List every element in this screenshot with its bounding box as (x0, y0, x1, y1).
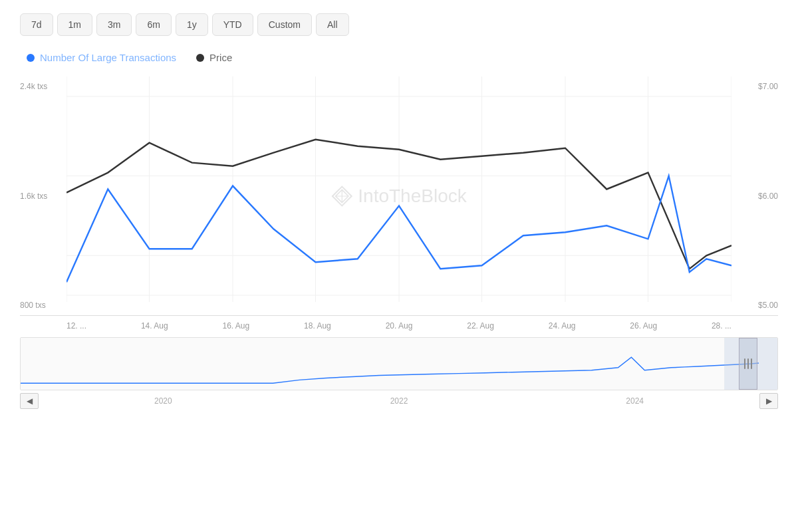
y-right-mid: $6.00 (758, 192, 778, 201)
x-label-0: 12. ... (66, 321, 86, 331)
filter-1m[interactable]: 1m (57, 13, 92, 36)
y-axis-left: 2.4k txs 1.6k txs 800 txs (20, 76, 47, 315)
x-label-8: 28. ... (712, 321, 732, 331)
filter-3m[interactable]: 3m (96, 13, 132, 36)
x-label-7: 26. Aug (630, 321, 657, 331)
chart-legend: Number Of Large Transactions Price (20, 52, 778, 63)
legend-dot-price (196, 54, 204, 62)
main-chart-svg (66, 76, 732, 315)
handle-line-2 (747, 358, 749, 369)
y-left-bottom: 800 txs (20, 301, 47, 310)
year-label-2022: 2022 (390, 396, 408, 406)
filter-custom[interactable]: Custom (257, 13, 312, 36)
y-left-mid: 1.6k txs (20, 192, 47, 201)
legend-dot-transactions (27, 54, 35, 62)
year-label-2024: 2024 (626, 396, 644, 406)
handle-lines (744, 358, 752, 369)
y-right-top: $7.00 (758, 82, 778, 91)
legend-label-transactions: Number Of Large Transactions (40, 52, 176, 63)
mini-chart-svg (21, 338, 777, 390)
legend-transactions: Number Of Large Transactions (27, 52, 176, 63)
x-label-6: 24. Aug (549, 321, 576, 331)
scroll-right-button[interactable]: ▶ (759, 393, 778, 409)
x-label-2: 16. Aug (222, 321, 249, 331)
mini-chart[interactable] (20, 337, 778, 390)
y-axis-right: $7.00 $6.00 $5.00 (758, 76, 778, 315)
legend-price: Price (196, 52, 232, 63)
handle-line-1 (744, 358, 745, 369)
x-label-5: 22. Aug (467, 321, 494, 331)
main-chart: 2.4k txs 1.6k txs 800 txs $7.00 $6.00 $5… (20, 76, 778, 316)
x-axis: 12. ... 14. Aug 16. Aug 18. Aug 20. Aug … (20, 316, 778, 331)
chart-svg-wrapper: IntoTheBlock (66, 76, 732, 315)
x-label-1: 14. Aug (141, 321, 168, 331)
x-label-3: 18. Aug (304, 321, 331, 331)
mini-chart-handle[interactable] (739, 338, 757, 390)
filter-1y[interactable]: 1y (176, 13, 208, 36)
filter-ytd[interactable]: YTD (212, 13, 253, 36)
year-label-2020: 2020 (154, 396, 172, 406)
filter-6m[interactable]: 6m (136, 13, 171, 36)
legend-label-price: Price (209, 52, 232, 63)
svg-rect-17 (21, 338, 777, 390)
time-filter-bar: 7d 1m 3m 6m 1y YTD Custom All (20, 13, 778, 36)
filter-all[interactable]: All (316, 13, 349, 36)
scroll-left-button[interactable]: ◀ (20, 393, 39, 409)
y-right-bottom: $5.00 (758, 301, 778, 310)
x-label-4: 20. Aug (386, 321, 413, 331)
y-left-top: 2.4k txs (20, 82, 47, 91)
handle-line-3 (751, 358, 752, 369)
filter-7d[interactable]: 7d (20, 13, 53, 36)
